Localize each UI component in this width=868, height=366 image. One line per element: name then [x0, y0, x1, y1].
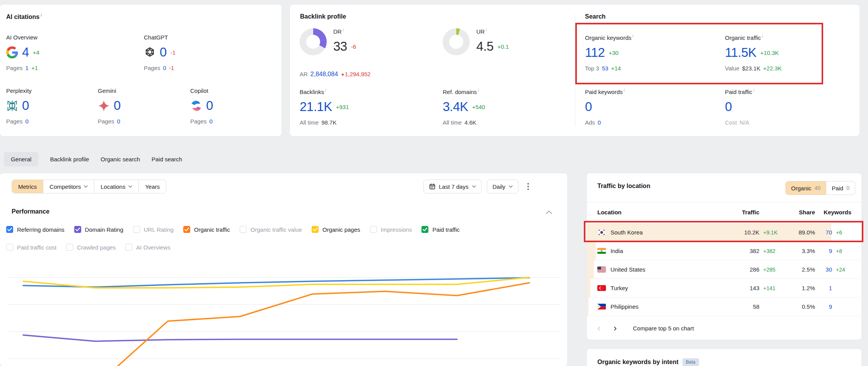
- info-icon[interactable]: i: [762, 34, 763, 38]
- tab-general[interactable]: General: [4, 152, 38, 166]
- info-icon[interactable]: i: [478, 88, 479, 92]
- keywords-value[interactable]: 30: [815, 266, 832, 273]
- location-table-row[interactable]: Philippines 58 0.5% 9: [587, 298, 861, 316]
- checked-checkbox-icon[interactable]: [421, 226, 428, 233]
- metric-checkbox-label: AI Overviews: [136, 244, 170, 251]
- info-icon[interactable]: i: [754, 88, 754, 92]
- organic-traffic-value[interactable]: 11.5K: [725, 45, 756, 60]
- prev-page-icon[interactable]: ‹: [597, 323, 600, 333]
- country-name[interactable]: Philippines: [610, 303, 639, 310]
- unchecked-checkbox-icon[interactable]: [66, 244, 73, 251]
- country-name[interactable]: South Korea: [610, 229, 643, 236]
- metric-checkbox-paid-traffic[interactable]: Paid traffic: [421, 226, 460, 233]
- granularity-dropdown[interactable]: Daily: [487, 180, 518, 193]
- info-icon[interactable]: i: [486, 28, 487, 32]
- traffic-by-location-panel: Traffic by location Organic 40 Paid 0 Lo…: [587, 173, 861, 340]
- metric-checkbox-organic-pages[interactable]: Organic pages: [312, 226, 360, 233]
- location-table-row-highlighted[interactable]: South Korea 10.2K +9.1K 89.0% 70 +6: [587, 223, 861, 242]
- unchecked-checkbox-icon[interactable]: [125, 244, 132, 251]
- checked-checkbox-icon[interactable]: [6, 226, 13, 233]
- checked-checkbox-icon[interactable]: [183, 226, 190, 233]
- chevron-down-icon: [128, 185, 132, 188]
- info-icon[interactable]: i: [41, 13, 42, 17]
- country-name[interactable]: Turkey: [610, 285, 628, 291]
- keywords-value[interactable]: 9: [815, 248, 832, 254]
- metric-checkbox-label: URL Rating: [144, 226, 174, 233]
- ai-overview-value[interactable]: 4: [22, 45, 29, 60]
- traffic-value: 143: [732, 285, 759, 291]
- section-divider: [575, 15, 575, 126]
- perplexity-value[interactable]: 0: [22, 98, 29, 113]
- metric-checkbox-url-rating[interactable]: URL Rating: [133, 226, 174, 233]
- gemini-value[interactable]: 0: [114, 98, 121, 113]
- checked-checkbox-icon[interactable]: [74, 226, 81, 233]
- unchecked-checkbox-icon[interactable]: [133, 226, 140, 233]
- traffic-value: 10.2K: [732, 229, 759, 236]
- checked-checkbox-icon[interactable]: [312, 226, 319, 233]
- tab-backlink-profile[interactable]: Backlink profile: [50, 152, 89, 166]
- paid-keywords-value[interactable]: 0: [585, 99, 592, 114]
- paid-keywords-block: Paid keywordsi 0 Ads 0: [585, 88, 625, 126]
- info-icon[interactable]: i: [633, 34, 633, 38]
- beta-badge: Beta: [682, 358, 699, 366]
- paid-traffic-value[interactable]: 0: [725, 99, 732, 114]
- backlinks-value[interactable]: 21.1K: [300, 99, 332, 114]
- locations-dropdown[interactable]: Locations: [94, 180, 138, 193]
- metric-checkbox-referring-domains[interactable]: Referring domains: [6, 226, 65, 233]
- share-value: 0.5%: [784, 303, 815, 310]
- next-page-icon[interactable]: ›: [614, 323, 617, 333]
- metric-checkbox-crawled-pages[interactable]: Crawled pages: [66, 244, 116, 251]
- chatgpt-value[interactable]: 0: [160, 45, 167, 60]
- calendar-icon: [429, 183, 435, 190]
- location-table-row[interactable]: India 382 +382 3.3% 9 +8: [587, 242, 861, 260]
- tab-paid-search[interactable]: Paid search: [152, 152, 182, 166]
- info-icon[interactable]: i: [343, 28, 344, 32]
- keywords-value[interactable]: 70: [815, 229, 832, 236]
- backlink-search-card: Backlink profile DRi 33 -6 AR 2,848,084 …: [290, 5, 859, 136]
- metric-checkbox-organic-traffic-value[interactable]: Organic traffic value: [240, 226, 302, 233]
- keywords-value[interactable]: 1: [815, 285, 832, 291]
- metric-checkbox-paid-traffic-cost[interactable]: Paid traffic cost: [6, 244, 56, 251]
- keywords-value[interactable]: 9: [815, 303, 832, 310]
- metric-checkbox-row-2: Paid traffic costCrawled pagesAI Overvie…: [6, 244, 171, 251]
- more-options-kebab-icon[interactable]: [524, 181, 533, 192]
- compare-top5-button[interactable]: Compare top 5 on chart: [633, 325, 694, 332]
- metric-checkbox-row-1: Referring domainsDomain RatingURL Rating…: [6, 226, 460, 233]
- metric-checkbox-label: Crawled pages: [77, 244, 116, 251]
- location-table-row[interactable]: Turkey 143 +141 1.2% 1: [587, 279, 861, 298]
- location-table-footer: ‹ › Compare top 5 on chart: [597, 323, 694, 333]
- share-value: 3.3%: [784, 248, 815, 254]
- dr-value: 33: [333, 39, 347, 54]
- metric-checkbox-domain-rating[interactable]: Domain Rating: [74, 226, 123, 233]
- url-rating-block: URi 4.5 +0.1: [476, 28, 509, 55]
- unchecked-checkbox-icon[interactable]: [6, 244, 13, 251]
- toggle-paid[interactable]: Paid 0: [826, 181, 855, 195]
- ar-value[interactable]: 2,848,084: [310, 71, 338, 78]
- ref-domains-value[interactable]: 3.4K: [443, 99, 468, 114]
- metric-checkbox-label: Domain Rating: [85, 226, 123, 233]
- copilot-value[interactable]: 0: [206, 98, 213, 113]
- country-name[interactable]: India: [610, 248, 623, 254]
- metric-checkbox-label: Paid traffic: [432, 226, 460, 233]
- metrics-button[interactable]: Metrics: [12, 180, 43, 193]
- country-name[interactable]: United States: [610, 266, 645, 273]
- performance-line-chart[interactable]: [0, 258, 567, 366]
- organic-keywords-value[interactable]: 112: [585, 45, 605, 60]
- date-range-dropdown[interactable]: Last 7 days: [423, 180, 482, 193]
- competitors-dropdown[interactable]: Competitors: [43, 180, 94, 193]
- metric-checkbox-organic-traffic[interactable]: Organic traffic: [183, 226, 230, 233]
- years-button[interactable]: Years: [138, 180, 166, 193]
- metric-checkbox-impressions[interactable]: Impressions: [370, 226, 412, 233]
- metric-checkbox-ai-overviews[interactable]: AI Overviews: [125, 244, 170, 251]
- unchecked-checkbox-icon[interactable]: [370, 226, 377, 233]
- domain-rating-block: DRi 33 -6: [333, 28, 356, 55]
- info-icon[interactable]: i: [624, 88, 625, 92]
- share-value: 1.2%: [784, 285, 815, 291]
- info-icon[interactable]: i: [325, 88, 326, 92]
- tab-organic-search[interactable]: Organic search: [101, 152, 140, 166]
- location-table-row[interactable]: United States 286 +285 2.5% 30 +24: [587, 260, 861, 279]
- collapse-section-button[interactable]: [546, 210, 552, 214]
- toggle-organic[interactable]: Organic 40: [786, 181, 826, 195]
- unchecked-checkbox-icon[interactable]: [240, 226, 247, 233]
- chevron-down-icon: [509, 185, 513, 188]
